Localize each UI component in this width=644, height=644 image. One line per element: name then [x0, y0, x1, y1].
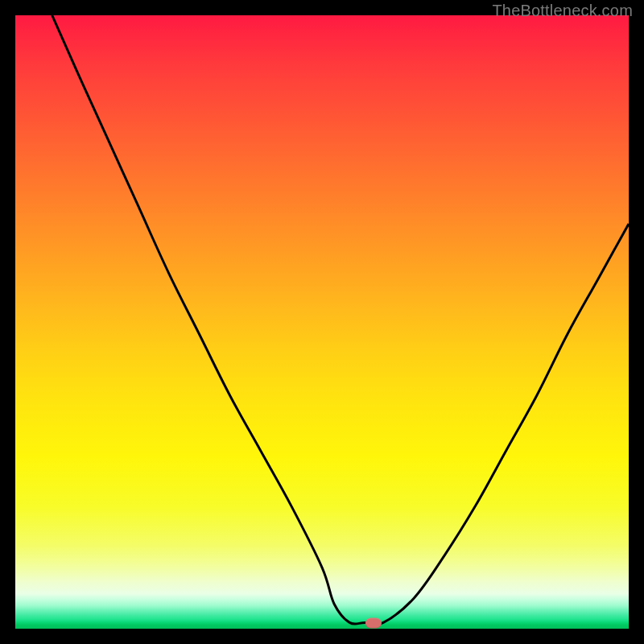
min-point-marker — [365, 618, 382, 629]
chart-container: TheBottleneck.com — [0, 0, 644, 644]
line-series — [15, 15, 629, 629]
plot-area — [15, 15, 629, 629]
watermark-text: TheBottleneck.com — [492, 2, 633, 20]
